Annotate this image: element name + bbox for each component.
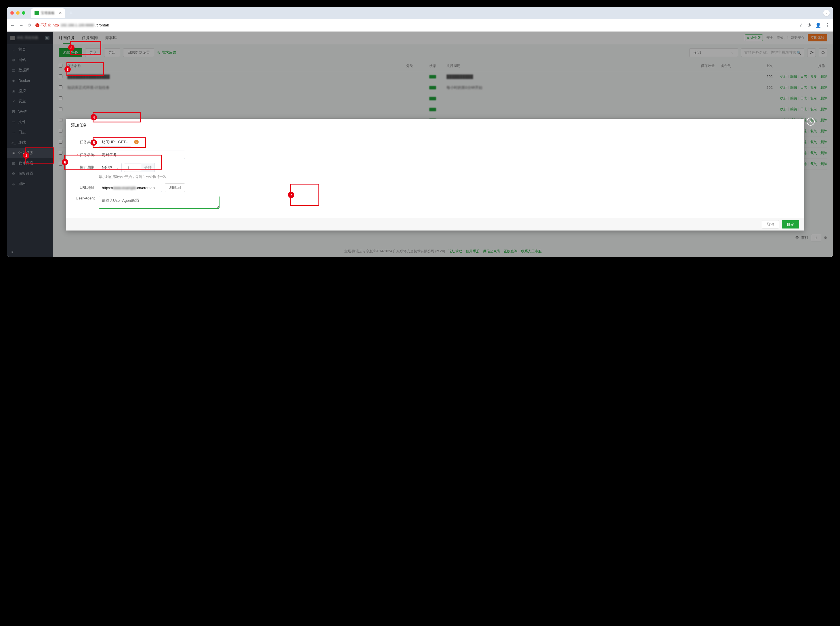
period-label: 执行周期 (73, 165, 99, 170)
browser-toolbar: ← → ⟳ ✕ 不安全 http 192.168.1.100:8888 /cro… (7, 19, 833, 31)
browser-tab-strip: 宝塔面板 ✕ + ⌄ (7, 7, 833, 19)
url-bar[interactable]: ✕ 不安全 http 192.168.1.100:8888 /crontab (35, 23, 795, 28)
url-path: /crontab (96, 23, 109, 27)
chevron-down-icon: ⌄ (116, 166, 119, 169)
url-input[interactable]: https://www.example.cn/crontab (99, 184, 162, 192)
close-window-icon[interactable] (10, 11, 14, 15)
user-agent-textarea[interactable] (99, 196, 220, 209)
task-name-input[interactable] (99, 150, 185, 159)
tab-title: 宝塔面板 (41, 11, 55, 16)
close-tab-icon[interactable]: ✕ (59, 11, 62, 15)
tabs-dropdown-icon[interactable]: ⌄ (823, 10, 830, 16)
minimize-window-icon[interactable] (16, 11, 20, 15)
url-host: 192.168.1.100:8888 (61, 23, 94, 27)
menu-icon[interactable]: ⋮ (825, 22, 830, 28)
help-icon[interactable]: ? (134, 140, 139, 144)
name-label: *任务名称 (73, 152, 99, 158)
period-hint: 每小时的第0分钟开始，每隔 1 分钟执行一次 (99, 174, 798, 179)
back-icon[interactable]: ← (10, 23, 15, 28)
reload-icon[interactable]: ⟳ (28, 22, 31, 28)
labs-icon[interactable]: ⚗ (807, 22, 811, 28)
chevron-down-icon: ⌄ (126, 141, 128, 144)
url-label: URL地址 (73, 185, 99, 190)
star-icon[interactable]: ☆ (799, 22, 803, 28)
modal-close-button[interactable]: ✕ (807, 117, 815, 125)
url-protocol: http (53, 23, 59, 27)
period-number-input[interactable] (124, 164, 141, 172)
modal-title: 添加任务 (66, 119, 804, 132)
security-indicator[interactable]: ✕ 不安全 (35, 23, 51, 28)
window-controls (10, 11, 25, 15)
maximize-window-icon[interactable] (22, 11, 25, 15)
profile-icon[interactable]: 👤 (815, 22, 821, 28)
type-label: 任务类型 (73, 139, 99, 145)
favicon-icon (35, 11, 39, 15)
period-type-select[interactable]: N分钟⌄ (99, 163, 122, 172)
forward-icon[interactable]: → (19, 23, 24, 28)
period-unit: 分钟 (141, 163, 155, 172)
confirm-button[interactable]: 确定 (782, 220, 799, 228)
new-tab-button[interactable]: + (70, 10, 73, 16)
browser-tab[interactable]: 宝塔面板 ✕ (31, 8, 65, 18)
ua-label: User-Agent (73, 196, 99, 200)
warning-icon: ✕ (35, 23, 39, 27)
add-task-modal: ✕ 添加任务 任务类型 访问URL-GET⌄ ? *任务名称 执行周期 N分钟⌄… (66, 119, 804, 230)
cancel-button[interactable]: 取消 (762, 220, 779, 228)
task-type-select[interactable]: 访问URL-GET⌄ (99, 138, 131, 147)
test-url-button[interactable]: 测试url (165, 183, 185, 192)
